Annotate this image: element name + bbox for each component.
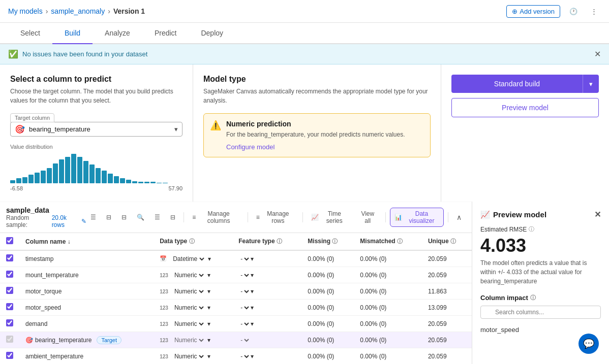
dtype-select[interactable]: Numeric xyxy=(172,320,205,328)
build-dropdown-button[interactable]: ▾ xyxy=(583,75,599,93)
ftype-select[interactable]: - xyxy=(238,287,251,295)
manage-rows-button[interactable]: ≡ Manage rows xyxy=(252,208,298,226)
mismatch-cell: 0.00% (0) xyxy=(354,316,422,332)
chart-range: -6.58 57.90 xyxy=(10,185,182,191)
ftype-select[interactable]: - xyxy=(238,255,251,263)
col-header-ftype: Feature type ⓘ xyxy=(232,233,301,250)
row-checkbox[interactable] xyxy=(6,271,13,278)
dtype-cell: 123Numeric▾ xyxy=(160,287,226,295)
search-columns-input[interactable] xyxy=(480,306,601,319)
chart-bar xyxy=(108,174,113,183)
row-checkbox[interactable] xyxy=(6,352,13,359)
search-button[interactable]: 🔍 xyxy=(133,212,148,223)
preview-close-button[interactable]: ✕ xyxy=(594,210,601,219)
chat-button[interactable]: 💬 xyxy=(578,334,599,354)
tab-build[interactable]: Build xyxy=(52,23,93,44)
col-header-name: Column name ↓ xyxy=(19,233,154,250)
manage-columns-button[interactable]: ≡ Manage columns xyxy=(188,208,243,226)
chart-bar xyxy=(157,183,162,183)
list-check-icon: ☰ xyxy=(155,214,160,221)
dtype-icon: 123 xyxy=(160,288,168,294)
configure-model-link[interactable]: Configure model xyxy=(226,143,275,151)
ftype-select[interactable]: - xyxy=(238,352,251,360)
dtype-select[interactable]: Numeric xyxy=(172,287,205,295)
chart-bar xyxy=(144,182,149,183)
col-impact-info-icon[interactable]: ⓘ xyxy=(530,294,536,302)
edit-icon: ✎ xyxy=(81,218,86,225)
col-header-missing: Missing ⓘ xyxy=(301,233,354,250)
model-type-desc: SageMaker Canvas automatically recommend… xyxy=(203,87,431,105)
breadcrumb-sample-anomaly[interactable]: sample_anomaly xyxy=(51,7,105,15)
row-checkbox[interactable] xyxy=(6,336,13,343)
chart-bar xyxy=(114,176,119,183)
missing-info-icon[interactable]: ⓘ xyxy=(332,238,338,244)
history-button[interactable]: 🕐 xyxy=(566,4,581,18)
ftype-info-icon[interactable]: ⓘ xyxy=(277,238,282,244)
dtype-icon: 123 xyxy=(160,337,168,343)
list-check-button[interactable]: ☰ xyxy=(150,212,164,223)
ftype-select[interactable]: - xyxy=(238,304,251,312)
tab-select[interactable]: Select xyxy=(8,23,52,44)
chart-bar xyxy=(96,168,101,183)
ftype-select[interactable]: - xyxy=(238,271,251,279)
tab-predict[interactable]: Predict xyxy=(142,23,189,44)
row-checkbox[interactable] xyxy=(6,254,13,261)
ftype-select[interactable]: - xyxy=(238,320,251,328)
select-all-col xyxy=(0,233,19,250)
dtype-cell: 📅Datetime▾ xyxy=(160,255,226,263)
select-all-checkbox[interactable] xyxy=(6,237,13,244)
dtype-select[interactable]: Numeric xyxy=(172,352,205,360)
check-circle-icon: ✅ xyxy=(8,49,18,59)
tab-analyze[interactable]: Analyze xyxy=(93,23,142,44)
alert-close-button[interactable]: ✕ xyxy=(594,49,601,59)
panels-row: Select a column to predict Choose the ta… xyxy=(0,64,609,202)
row-checkbox[interactable] xyxy=(6,303,13,310)
value-dist-label: Value distribution xyxy=(10,144,182,150)
unique-info-icon[interactable]: ⓘ xyxy=(450,238,456,244)
list-view-button[interactable]: ☰ xyxy=(86,212,100,223)
filter-button[interactable]: ⊟ xyxy=(117,212,131,223)
dtype-select[interactable]: Numeric xyxy=(172,336,205,344)
manage-rows-label: Manage rows xyxy=(262,210,294,224)
data-visualizer-button[interactable]: 📊 Data visualizer xyxy=(390,208,444,227)
more-options-button[interactable]: ⋮ xyxy=(587,4,601,18)
time-series-button[interactable]: 📈 Time series xyxy=(307,208,352,226)
dtype-select[interactable]: Numeric xyxy=(172,304,205,312)
standard-build-button[interactable]: Standard build xyxy=(451,75,583,93)
row-checkbox[interactable] xyxy=(6,287,13,294)
dtype-cell: 123Numeric▾ xyxy=(160,336,226,344)
more-icon: ⋮ xyxy=(591,8,597,15)
dtype-select[interactable]: Datetime xyxy=(171,255,206,263)
missing-cell: 0.00% (0) xyxy=(301,250,354,267)
unique-cell: 20.059 xyxy=(422,316,472,332)
rmse-info-icon[interactable]: ⓘ xyxy=(529,225,534,233)
sort-icon[interactable]: ↓ xyxy=(68,238,71,245)
columns-button[interactable]: ⊟ xyxy=(166,212,179,223)
mismatch-cell: 0.00% (0) xyxy=(354,332,422,348)
breadcrumb-sep-1: › xyxy=(46,7,48,15)
tab-deploy[interactable]: Deploy xyxy=(189,23,235,44)
row-checkbox[interactable] xyxy=(6,319,13,326)
preview-panel-title-text: Preview model xyxy=(493,210,546,219)
dtype-icon: 123 xyxy=(160,305,168,311)
dtype-info-icon[interactable]: ⓘ xyxy=(189,238,195,244)
missing-cell: 0.00% (0) xyxy=(301,283,354,300)
unique-cell: 13.099 xyxy=(422,300,472,316)
chart-min: -6.58 xyxy=(10,185,23,191)
missing-cell: 0.00% (0) xyxy=(301,348,354,365)
dtype-select[interactable]: Numeric xyxy=(172,271,205,279)
collapse-button[interactable]: ∧ xyxy=(452,211,466,223)
row-count-link[interactable]: 20.0k rows xyxy=(52,214,80,228)
ftype-select[interactable]: - xyxy=(238,336,251,344)
mismatch-label: Mismatched xyxy=(360,238,395,245)
mismatch-info-icon[interactable]: ⓘ xyxy=(397,238,403,244)
grid-view-button[interactable]: ⊟ xyxy=(102,212,115,223)
breadcrumb-my-models[interactable]: My models xyxy=(8,7,43,15)
mismatch-cell: 0.00% (0) xyxy=(354,283,422,300)
target-column-select[interactable]: bearing_temperature xyxy=(29,125,170,133)
col-impact-motor-speed: motor_speed xyxy=(480,324,601,336)
dtype-dropdown-icon: ▾ xyxy=(208,255,211,262)
add-version-button[interactable]: ⊕ Add version xyxy=(506,5,560,18)
preview-model-button[interactable]: Preview model xyxy=(451,98,599,117)
view-all-button[interactable]: View all xyxy=(354,208,381,226)
